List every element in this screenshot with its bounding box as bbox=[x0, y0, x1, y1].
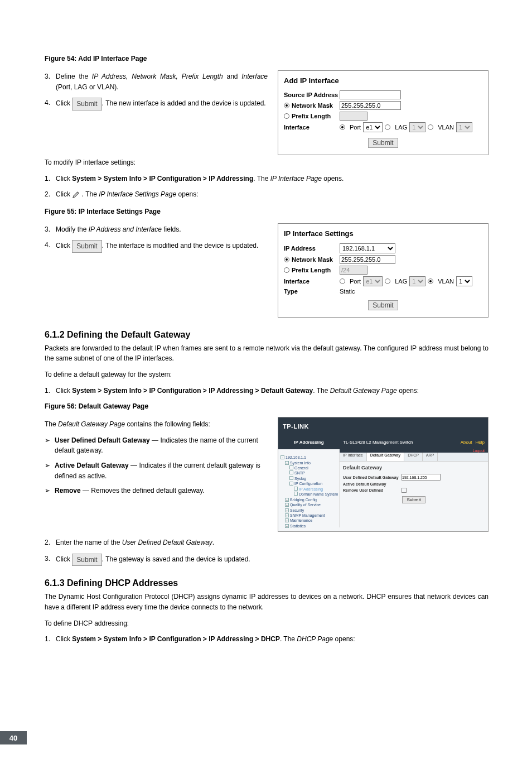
prefix-length-input[interactable] bbox=[340, 266, 367, 275]
default-gateway-screenshot: TP-LINK IP Addressing TL-SL3428 L2 Manag… bbox=[278, 417, 489, 532]
panel-title: Default Gateway bbox=[343, 465, 485, 470]
help-link[interactable]: Help bbox=[476, 440, 485, 445]
network-mask-label: Network Mask bbox=[292, 256, 340, 263]
port-radio[interactable] bbox=[340, 124, 345, 130]
section-613-heading: 6.1.3 Defining DHCP Addresses bbox=[45, 578, 489, 588]
type-value: Static bbox=[340, 288, 355, 295]
step-text: Click . The IP Interface Settings Page o… bbox=[56, 189, 489, 200]
step-num: 4. bbox=[45, 240, 56, 253]
step-text: Define the IP Address, Network Mask, Pre… bbox=[56, 71, 268, 92]
step-num: 3. bbox=[45, 71, 56, 92]
type-label: Type bbox=[284, 288, 340, 295]
section-612-para: Packets are forwarded to the default IP … bbox=[45, 343, 489, 364]
step-text: Click Submit. The interface is modified … bbox=[56, 240, 268, 253]
panel-title: IP Interface Settings bbox=[284, 229, 482, 238]
submit-button[interactable]: Submit bbox=[72, 240, 101, 253]
step-num: 2. bbox=[45, 537, 56, 548]
step-num: 1. bbox=[45, 386, 56, 396]
remove-checkbox[interactable] bbox=[402, 488, 407, 493]
vlan-select[interactable]: 1 bbox=[456, 122, 472, 132]
fig56-intro: The Default Gateway Page contains the fo… bbox=[45, 419, 268, 430]
step-text: Modify the IP Address and Interface fiel… bbox=[56, 224, 268, 235]
udg-input[interactable] bbox=[402, 474, 441, 481]
bullet-icon: ➢ bbox=[45, 486, 55, 496]
step-text: Click System > System Info > IP Configur… bbox=[56, 174, 489, 184]
step-num: 2. bbox=[45, 189, 56, 200]
ip-interface-settings-panel: IP Interface Settings IP Address 192.168… bbox=[278, 223, 489, 318]
prefix-length-radio[interactable] bbox=[284, 267, 289, 273]
vlan-radio[interactable] bbox=[428, 278, 433, 284]
step-text: Click System > System Info > IP Configur… bbox=[56, 634, 489, 645]
submit-button[interactable]: Submit bbox=[72, 98, 101, 111]
panel-title: Add IP Interface bbox=[284, 76, 482, 85]
lag-radio[interactable] bbox=[385, 278, 390, 284]
ip-address-label: IP Address bbox=[284, 245, 340, 252]
tab-ip-interface[interactable]: IP Interface bbox=[340, 453, 367, 461]
prefix-length-label: Prefix Length bbox=[292, 267, 340, 273]
port-select[interactable]: e1 bbox=[363, 122, 383, 132]
lag-select[interactable]: 1 bbox=[409, 276, 425, 286]
step-text: Click Submit. The gateway is saved and t… bbox=[56, 554, 489, 566]
tab-dhcp[interactable]: DHCP bbox=[404, 453, 423, 461]
interface-label: Interface bbox=[284, 124, 340, 131]
bullet-icon: ➢ bbox=[45, 435, 55, 456]
source-ip-label: Source IP Address bbox=[284, 92, 340, 98]
interface-label: Interface bbox=[284, 278, 340, 285]
adg-label: Active Default Gateway bbox=[343, 482, 402, 486]
product-title: TL-SL3428 L2 Management Switch bbox=[343, 440, 413, 445]
section-613-para: The Dynamic Host Configuration Protocol … bbox=[45, 592, 489, 612]
brand-logo: TP-LINK bbox=[283, 423, 309, 430]
step-text: Click Submit. The new interface is added… bbox=[56, 98, 268, 111]
step-num: 3. bbox=[45, 554, 56, 566]
bullet-text: Remove — Removes the defined default gat… bbox=[55, 486, 205, 496]
fig55-caption: Figure 55: IP Interface Settings Page bbox=[45, 208, 489, 215]
network-mask-input[interactable] bbox=[340, 255, 395, 264]
network-mask-radio[interactable] bbox=[284, 257, 289, 262]
bullet-text: Active Default Gateway — Indicates if th… bbox=[55, 460, 268, 481]
lag-radio[interactable] bbox=[385, 124, 390, 130]
source-ip-input[interactable] bbox=[340, 90, 401, 99]
page-number: 40 bbox=[0, 731, 27, 744]
add-ip-interface-panel: Add IP Interface Source IP Address Netwo… bbox=[278, 70, 489, 155]
step-num: 4. bbox=[45, 98, 56, 111]
edit-icon[interactable] bbox=[72, 191, 80, 199]
screenshot-submit-button[interactable]: Submit bbox=[402, 496, 426, 503]
tab-arp[interactable]: ARP bbox=[423, 453, 438, 461]
tab-default-gateway[interactable]: Default Gateway bbox=[367, 453, 404, 461]
step-num: 1. bbox=[45, 634, 56, 645]
logout-link[interactable]: Logout bbox=[473, 449, 485, 453]
network-mask-input[interactable] bbox=[340, 101, 401, 110]
udg-label: User Defined Default Gateway bbox=[343, 475, 402, 479]
panel-submit-button[interactable]: Submit bbox=[368, 138, 398, 148]
lag-select[interactable]: 1 bbox=[409, 122, 425, 132]
fig54-caption: Figure 54: Add IP Interface Page bbox=[45, 55, 489, 63]
ip-address-select[interactable]: 192.168.1.1 bbox=[340, 243, 395, 253]
remove-label: Remove User Defined bbox=[343, 488, 402, 492]
prefix-length-input[interactable] bbox=[340, 112, 367, 121]
fig56-caption: Figure 56: Default Gateway Page bbox=[45, 402, 489, 410]
about-link[interactable]: About bbox=[461, 440, 472, 445]
panel-submit-button[interactable]: Submit bbox=[368, 300, 398, 310]
port-select[interactable]: e1 bbox=[363, 276, 383, 286]
section-613-intro: To define DHCP addressing: bbox=[45, 618, 489, 629]
step-text: Enter the name of the User Defined Defau… bbox=[56, 537, 489, 548]
step-text: Click System > System Info > IP Configur… bbox=[56, 386, 489, 396]
network-mask-label: Network Mask bbox=[292, 102, 340, 109]
section-612-intro: To define a default gateway for the syst… bbox=[45, 369, 489, 380]
port-radio[interactable] bbox=[340, 278, 345, 284]
network-mask-radio[interactable] bbox=[284, 103, 289, 108]
bullet-icon: ➢ bbox=[45, 460, 55, 481]
prefix-length-radio[interactable] bbox=[284, 113, 289, 119]
step-num: 3. bbox=[45, 224, 56, 235]
modify-intro: To modify IP interface settings: bbox=[45, 157, 489, 168]
vlan-radio[interactable] bbox=[428, 124, 433, 130]
bullet-text: User Defined Default Gateway — Indicates… bbox=[55, 435, 268, 456]
nav-tree[interactable]: -192.168.1.1 -System Info General SNTP S… bbox=[278, 453, 340, 527]
section-612-heading: 6.1.2 Defining the Default Gateway bbox=[45, 330, 489, 340]
step-num: 1. bbox=[45, 174, 56, 184]
vlan-select[interactable]: 1 bbox=[456, 276, 472, 286]
submit-button[interactable]: Submit bbox=[72, 554, 101, 566]
prefix-length-label: Prefix Length bbox=[292, 113, 340, 119]
breadcrumb: IP Addressing bbox=[278, 435, 340, 449]
